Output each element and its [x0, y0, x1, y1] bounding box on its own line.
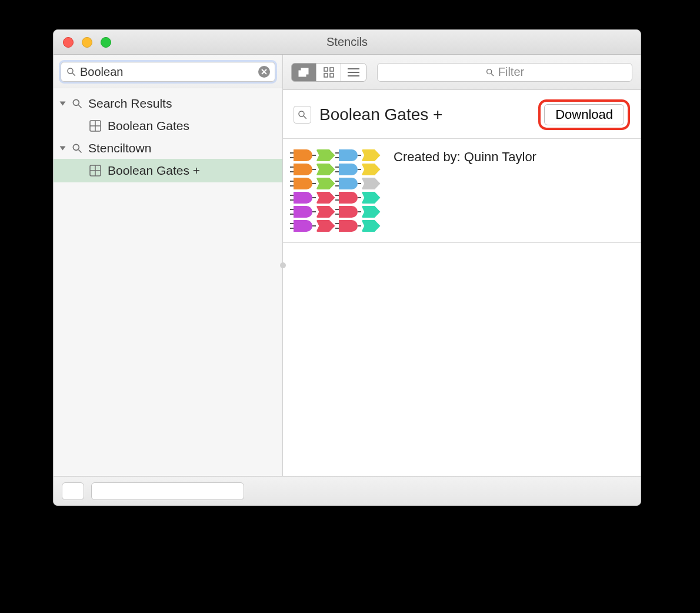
svg-line-10 [79, 150, 82, 153]
view-stack-icon[interactable] [292, 64, 316, 81]
view-mode-segment [291, 63, 366, 82]
svg-point-25 [299, 111, 304, 116]
svg-point-9 [73, 144, 79, 150]
svg-point-0 [68, 68, 73, 74]
svg-rect-17 [330, 68, 334, 71]
gate-icon [294, 206, 312, 218]
gate-icon [294, 192, 312, 204]
gate-icon [362, 164, 381, 175]
gate-icon [362, 192, 381, 204]
gate-icon [294, 164, 312, 175]
gate-icon [316, 178, 335, 189]
download-highlight: Download [538, 99, 630, 130]
sidebar-search-field[interactable] [61, 62, 275, 82]
tree-group-label: Stenciltown [88, 141, 151, 155]
sidebar: Search ResultsBoolean GatesStenciltownBo… [54, 55, 283, 476]
titlebar: Stencils [54, 30, 641, 55]
tree-group-label: Search Results [88, 96, 172, 111]
filter-placeholder: Filter [498, 65, 524, 79]
gate-icon [362, 220, 381, 232]
tree-group-header[interactable]: Stenciltown [54, 138, 282, 159]
window-body: Search ResultsBoolean GatesStenciltownBo… [54, 55, 641, 476]
gate-icon [316, 206, 335, 218]
svg-rect-19 [330, 74, 334, 77]
tree-item[interactable]: Boolean Gates [54, 114, 282, 138]
filter-field[interactable]: Filter [377, 63, 632, 82]
tree-item-label: Boolean Gates + [108, 164, 200, 178]
clear-search-icon[interactable] [258, 66, 270, 78]
svg-line-24 [491, 74, 494, 76]
gate-icon [362, 178, 381, 189]
detail-body: Created by: Quinn Taylor [283, 139, 641, 243]
search-icon [297, 109, 308, 120]
stencils-window: Stencils Search ResultsBoolean GatesSten… [53, 29, 641, 506]
gate-icon [339, 206, 358, 218]
gate-icon [339, 220, 358, 232]
gate-icon [316, 164, 335, 175]
stencil-grid-icon [89, 119, 102, 132]
svg-line-5 [79, 105, 82, 108]
bottom-field[interactable] [91, 482, 244, 500]
gate-icon [362, 149, 381, 161]
svg-line-1 [72, 73, 75, 76]
main-pane: Filter Boolean Gates + Download Created … [283, 55, 641, 476]
search-icon [485, 68, 495, 77]
gate-icon [362, 206, 381, 218]
svg-rect-15 [301, 68, 308, 74]
sidebar-toolbar [54, 55, 282, 88]
traffic-lights [63, 37, 111, 48]
gate-icon [294, 220, 312, 232]
gate-icon [316, 220, 335, 232]
tree-item-label: Boolean Gates [108, 119, 189, 133]
window-title: Stencils [54, 35, 641, 49]
zoom-window-button[interactable] [101, 37, 111, 48]
bottom-bar [54, 476, 641, 505]
tree-item[interactable]: Boolean Gates + [54, 159, 282, 182]
gate-icon [294, 178, 312, 189]
detail-title: Boolean Gates + [319, 105, 530, 124]
stencil-thumbnail [294, 149, 382, 232]
gate-icon [339, 149, 358, 161]
tree-group-header[interactable]: Search Results [54, 93, 282, 114]
sidebar-search-input[interactable] [76, 65, 258, 79]
gate-icon [339, 164, 358, 175]
detail-search-button[interactable] [294, 106, 311, 124]
svg-point-23 [486, 69, 491, 74]
detail-header: Boolean Gates + Download [283, 90, 641, 139]
gate-icon [339, 192, 358, 204]
pane-resize-handle[interactable] [280, 262, 286, 268]
detail-meta: Created by: Quinn Taylor [394, 149, 536, 232]
stencil-grid-icon [89, 164, 102, 177]
gate-icon [316, 192, 335, 204]
gate-icon [339, 178, 358, 189]
download-button[interactable]: Download [544, 104, 624, 125]
bottom-action-button[interactable] [62, 482, 84, 500]
search-icon [71, 97, 84, 110]
gate-icon [294, 149, 312, 161]
close-window-button[interactable] [63, 37, 74, 48]
main-toolbar: Filter [283, 55, 641, 90]
gate-icon [316, 149, 335, 161]
view-grid-icon[interactable] [316, 64, 341, 81]
disclosure-triangle-icon [60, 146, 66, 151]
sidebar-tree: Search ResultsBoolean GatesStenciltownBo… [54, 88, 282, 476]
search-icon [66, 66, 76, 77]
svg-point-4 [73, 99, 79, 105]
svg-rect-18 [324, 74, 328, 77]
disclosure-triangle-icon [60, 102, 66, 106]
svg-rect-16 [324, 68, 328, 71]
search-icon [71, 142, 84, 155]
svg-line-26 [304, 116, 306, 119]
view-list-icon[interactable] [341, 64, 366, 81]
minimize-window-button[interactable] [82, 37, 92, 48]
